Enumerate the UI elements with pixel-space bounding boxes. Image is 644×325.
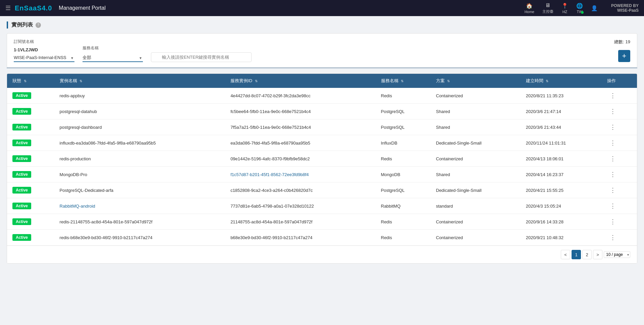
menu-icon[interactable]: ☰ [5, 4, 11, 12]
table-row: Activepostgresql-dashboard7f5a7a21-5fb0-… [7, 119, 637, 135]
nav-hz[interactable]: 📍 HZ [561, 3, 568, 14]
table-divider [7, 68, 637, 68]
table-row: Activeredis-production09e1442e-5196-4afc… [7, 151, 637, 167]
cell-service-id: 09e1442e-5196-4afc-8370-f9bfb9e58dc2 [225, 151, 375, 167]
table-row: Activepostgresql-datahubfc5bee64-5fb0-11… [7, 104, 637, 119]
status-badge: Active [12, 218, 31, 225]
cell-service-name: RabbitMQ [376, 198, 431, 214]
subscription-select[interactable]: WISE-PaaS-Internal-ENSS [14, 54, 74, 62]
table-body: Activeredis-appbuy4e4427dd-8c07-4702-b29… [7, 88, 637, 246]
cell-service-name: MongoDB [376, 167, 431, 182]
cell-actions: ⋮ [602, 198, 637, 214]
cell-name: redis-appbuy [54, 88, 225, 104]
instance-name-link[interactable]: RabbitMQ-android [60, 204, 95, 209]
cell-service-name: Redis [376, 151, 431, 167]
action-menu-button[interactable]: ⋮ [607, 140, 619, 146]
th-status-label: 狀態 [12, 78, 21, 83]
action-menu-button[interactable]: ⋮ [607, 92, 619, 99]
prev-page-button[interactable]: < [561, 250, 570, 259]
page-title-row: 實例列表 ? [7, 21, 637, 29]
action-menu-button[interactable]: ⋮ [607, 108, 619, 115]
cell-created-time: 2020/3/6 21:47:14 [521, 104, 602, 119]
table-row: ActivePostgreSQL-Dedicated-arfac1852808-… [7, 182, 637, 198]
th-service-id-label: 服務實例ID [230, 78, 252, 83]
page-content: 實例列表 ? 總數: 19 訂閱號名稱 1-1VLZJWD WISE-PaaS-… [0, 16, 644, 269]
service-id-link[interactable]: f1c57d87-b201-45f1-8562-72ee3fd9b8f4 [230, 172, 309, 177]
cell-service-name: PostgreSQL [376, 182, 431, 198]
cell-actions: ⋮ [602, 104, 637, 119]
subscription-label: 訂閱號名稱 [14, 39, 74, 45]
cell-service-id: 4e4427dd-8c07-4702-b29f-3fc2da3e98cc [225, 88, 375, 104]
cell-service-name: PostgreSQL [376, 104, 431, 119]
sort-time-icon: ⇅ [546, 79, 548, 83]
cell-name: influxdb-ea3da086-7fdd-4fa5-9f8a-e68790a… [54, 135, 225, 151]
cell-service-name: Redis [376, 88, 431, 104]
action-menu-button[interactable]: ⋮ [607, 203, 619, 209]
home-icon: 🏠 [526, 3, 533, 9]
nav-dashboard[interactable]: 🖥 主控臺 [542, 2, 553, 14]
filter-panel: 總數: 19 訂閱號名稱 1-1VLZJWD WISE-PaaS-Interna… [7, 33, 637, 68]
instance-table: 狀態 ⇅ 實例名稱 ⇅ 服務實例ID ⇅ 服務名稱 ⇅ [7, 74, 637, 246]
th-name[interactable]: 實例名稱 ⇅ [54, 74, 225, 88]
action-menu-button[interactable]: ⋮ [607, 155, 619, 162]
cell-plan: standard [431, 198, 521, 214]
next-page-button[interactable]: > [593, 250, 602, 259]
cell-service-id: fc5bee64-5fb0-11ea-9e0c-668e7521b4c4 [225, 104, 375, 119]
cell-created-time: 2020/4/21 15:55:25 [521, 182, 602, 198]
action-menu-button[interactable]: ⋮ [607, 124, 619, 130]
nav-dashboard-label: 主控臺 [542, 9, 553, 14]
sort-plan-icon: ⇅ [447, 79, 450, 83]
cell-created-time: 2020/8/21 11:35:23 [521, 88, 602, 104]
th-status[interactable]: 狀態 ⇅ [7, 74, 54, 88]
powered-by-line2: WISE-PaaS [617, 8, 639, 13]
th-service-id[interactable]: 服務實例ID ⇅ [225, 74, 375, 88]
help-icon[interactable]: ? [36, 22, 41, 28]
cell-plan: Containerized [431, 230, 521, 246]
page-title: 實例列表 [11, 21, 33, 29]
monitor-icon: 🖥 [545, 2, 550, 8]
sort-service-icon: ⇅ [401, 79, 404, 83]
cell-service-id: b68e30e9-bd30-46f2-9910-b2117c47a274 [225, 230, 375, 246]
sort-name-icon: ⇅ [79, 79, 82, 83]
sort-status-icon: ⇅ [24, 79, 26, 83]
cell-plan: Containerized [431, 151, 521, 167]
page-size-select[interactable]: 10 / page [604, 251, 630, 258]
status-dot [581, 11, 584, 14]
action-menu-button[interactable]: ⋮ [607, 218, 619, 225]
page-2-button[interactable]: 2 [582, 250, 592, 259]
cell-status: Active [7, 151, 54, 167]
cell-status: Active [7, 230, 54, 246]
search-input[interactable] [151, 52, 252, 62]
brand-logo: EnSaaS4.0 [15, 4, 52, 12]
action-menu-button[interactable]: ⋮ [607, 171, 619, 178]
th-actions: 操作 [602, 74, 637, 88]
page-size-wrapper[interactable]: 10 / page [604, 251, 630, 258]
subscription-select-wrapper[interactable]: WISE-PaaS-Internal-ENSS [14, 54, 74, 62]
table-row: Activeredis-b68e30e9-bd30-46f2-9910-b211… [7, 230, 637, 246]
cell-plan: Shared [431, 119, 521, 135]
nav-tw[interactable]: 🌐 TW [576, 3, 583, 14]
th-created-time[interactable]: 建立時間 ⇅ [521, 74, 602, 88]
cell-created-time: 2020/4/13 18:06:01 [521, 151, 602, 167]
cell-plan: Shared [431, 167, 521, 182]
service-select[interactable]: 全部 [83, 54, 143, 62]
table-row: ActiveMongoDB-Prof1c57d87-b201-45f1-8562… [7, 167, 637, 182]
nav-user[interactable]: 👤 [591, 5, 598, 11]
th-plan[interactable]: 方案 ⇅ [431, 74, 521, 88]
status-badge: Active [12, 108, 31, 115]
portal-title: Management Portal [59, 5, 106, 11]
page-1-button[interactable]: 1 [572, 250, 581, 259]
cell-service-name: Redis [376, 230, 431, 246]
th-service-name[interactable]: 服務名稱 ⇅ [376, 74, 431, 88]
action-menu-button[interactable]: ⋮ [607, 234, 619, 241]
table-row: Activeredis-21148755-ac8d-454a-801e-597a… [7, 214, 637, 230]
nav-home[interactable]: 🏠 Home [525, 3, 534, 14]
cell-status: Active [7, 198, 54, 214]
cell-service-name: Redis [376, 214, 431, 230]
action-menu-button[interactable]: ⋮ [607, 187, 619, 194]
service-select-wrapper[interactable]: 全部 [83, 54, 143, 62]
cell-actions: ⋮ [602, 167, 637, 182]
subscription-filter-group: 訂閱號名稱 1-1VLZJWD WISE-PaaS-Internal-ENSS [14, 39, 74, 62]
add-button[interactable]: + [618, 50, 630, 62]
subscription-value: 1-1VLZJWD [14, 47, 74, 52]
